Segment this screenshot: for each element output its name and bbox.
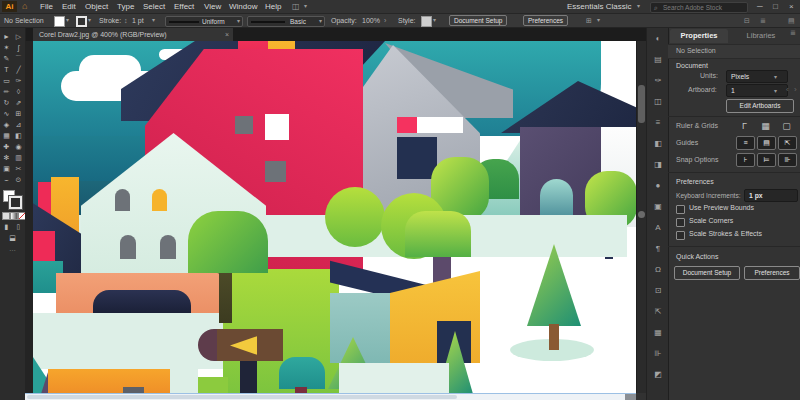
width-tool-icon[interactable]: ∿ [1, 109, 12, 119]
scale-strokes-effects-checkbox[interactable] [676, 231, 685, 240]
slice-tool-icon[interactable]: ✂ [13, 164, 24, 174]
mesh-tool-icon[interactable]: ▦ [1, 131, 12, 141]
direct-selection-tool-icon[interactable]: ▷ [13, 32, 24, 42]
snap-to-grid-icon[interactable]: ▢ [778, 120, 795, 132]
menu-edit[interactable]: Edit [62, 0, 76, 13]
workspace-switcher-icon[interactable]: ◫ [292, 0, 300, 13]
scale-tool-icon[interactable]: ⇗ [13, 98, 24, 108]
brushes-panel-icon[interactable]: ✑ [647, 76, 669, 85]
color-mode-button[interactable] [2, 212, 10, 220]
brush-dropdown[interactable]: Basic ▾ [247, 16, 325, 27]
rectangle-tool-icon[interactable]: ▭ [1, 76, 12, 86]
artwork-canvas[interactable] [33, 41, 636, 393]
character-panel-icon[interactable]: A [647, 223, 669, 232]
stroke-swatch[interactable] [76, 16, 87, 27]
show-rulers-icon[interactable]: Γ [736, 120, 753, 132]
menu-effect[interactable]: Effect [174, 0, 194, 13]
workspace-name[interactable]: Essentials Classic [567, 0, 631, 13]
artboard-select[interactable]: 1 [726, 84, 788, 97]
menu-view[interactable]: View [204, 0, 221, 13]
qa-preferences-button[interactable]: Preferences [744, 266, 800, 280]
snap-to-glyph-icon[interactable]: ⊪ [778, 153, 797, 167]
edit-toolbar-icon[interactable]: … [7, 244, 18, 254]
lock-guides-icon[interactable]: ▤ [757, 136, 776, 150]
chevron-down-icon[interactable]: ▾ [66, 14, 69, 27]
edit-artboards-button[interactable]: Edit Artboards [726, 99, 794, 113]
tab-close-icon[interactable]: × [225, 28, 229, 41]
minimize-button[interactable]: ─ [757, 0, 763, 13]
layers-panel-icon[interactable]: ⊡ [647, 286, 669, 295]
show-grid-icon[interactable]: ▦ [757, 120, 774, 132]
scrollbar-button[interactable] [638, 211, 645, 218]
snap-to-pixel-icon[interactable]: ⊦ [736, 153, 755, 167]
fill-swatch[interactable] [54, 16, 65, 27]
column-graph-tool-icon[interactable]: ▥ [13, 153, 24, 163]
stepper-icon[interactable]: ↕ [124, 14, 128, 27]
perspective-grid-tool-icon[interactable]: ⊿ [13, 120, 24, 130]
units-select[interactable]: Pixels [726, 70, 788, 83]
menu-object[interactable]: Object [85, 0, 108, 13]
curvature-tool-icon[interactable]: ⌒ [13, 54, 24, 64]
artboard-tool-icon[interactable]: ▣ [1, 164, 12, 174]
snap-guides-icon[interactable]: ⇱ [778, 136, 797, 150]
tab-properties[interactable]: Properties [670, 29, 728, 43]
home-icon[interactable]: ⌂ [22, 0, 27, 13]
vertical-scrollbar-thumb[interactable] [638, 85, 645, 123]
width-profile-dropdown[interactable]: Uniform ▾ [165, 16, 243, 27]
pathfinder-panel-icon[interactable]: ◩ [647, 370, 669, 379]
color-panel-icon[interactable]: ◐ [647, 34, 669, 43]
line-segment-tool-icon[interactable]: ╱ [13, 65, 24, 75]
align-panel-icon[interactable]: ⊪ [647, 349, 669, 358]
scale-corners-checkbox[interactable] [676, 218, 685, 227]
chevron-down-icon[interactable]: ▾ [433, 14, 436, 27]
draw-behind-icon[interactable]: ▯ [13, 222, 24, 232]
tab-libraries[interactable]: Libraries [736, 29, 786, 43]
opacity-value[interactable]: 100% [362, 14, 380, 27]
lasso-tool-icon[interactable]: ʃ [13, 43, 24, 53]
panel-menu-icon[interactable]: ≣ [790, 29, 796, 37]
graphic-styles-panel-icon[interactable]: ▣ [647, 202, 669, 211]
menu-type[interactable]: Type [117, 0, 134, 13]
artboards-panel-icon[interactable]: ▦ [647, 328, 669, 337]
maximize-button[interactable]: □ [773, 0, 778, 13]
hand-tool-icon[interactable]: ⌣ [1, 175, 12, 185]
chevron-down-icon[interactable]: ▾ [597, 14, 600, 27]
draw-normal-icon[interactable]: ▮ [1, 222, 12, 232]
stroke-weight-value[interactable]: 1 pt [132, 14, 144, 27]
selection-tool-icon[interactable]: ► [1, 32, 12, 42]
menu-help[interactable]: Help [265, 0, 281, 13]
prev-artboard-icon[interactable]: ‹ [786, 85, 789, 94]
use-preview-bounds-checkbox[interactable] [676, 205, 685, 214]
chevron-down-icon[interactable]: ▾ [152, 14, 155, 27]
paragraph-panel-icon[interactable]: ¶ [647, 244, 669, 253]
arrange-icon[interactable]: ⊞ [586, 14, 592, 27]
horizontal-scrollbar[interactable] [25, 393, 636, 400]
menu-select[interactable]: Select [143, 0, 165, 13]
pen-tool-icon[interactable]: ✎ [1, 54, 12, 64]
appearance-panel-icon[interactable]: ● [647, 181, 669, 190]
close-button[interactable]: × [789, 0, 794, 13]
gradient-mode-button[interactable] [10, 212, 18, 220]
magic-wand-tool-icon[interactable]: ✶ [1, 43, 12, 53]
symbols-panel-icon[interactable]: ◫ [647, 97, 669, 106]
preferences-button[interactable]: Preferences [523, 15, 568, 26]
symbol-sprayer-tool-icon[interactable]: ✻ [1, 153, 12, 163]
type-tool-icon[interactable]: T [1, 65, 12, 75]
panel-menu-icon[interactable]: ≣ [760, 14, 766, 27]
document-setup-button[interactable]: Document Setup [449, 15, 507, 26]
chevron-down-icon[interactable]: ▾ [88, 14, 91, 27]
eyedropper-tool-icon[interactable]: ✚ [1, 142, 12, 152]
asset-export-panel-icon[interactable]: ⇱ [647, 307, 669, 316]
menu-file[interactable]: File [40, 0, 53, 13]
transparency-panel-icon[interactable]: ◨ [647, 160, 669, 169]
glyphs-panel-icon[interactable]: Ω [647, 265, 669, 274]
search-input[interactable]: ⌕ Search Adobe Stock [650, 2, 748, 13]
snap-to-point-icon[interactable]: ⊨ [757, 153, 776, 167]
qa-document-setup-button[interactable]: Document Setup [674, 266, 740, 280]
show-guides-icon[interactable]: ≡ [736, 136, 755, 150]
angle-right-icon[interactable]: › [384, 14, 386, 27]
style-swatch[interactable] [421, 16, 432, 27]
shape-builder-tool-icon[interactable]: ◈ [1, 120, 12, 130]
next-artboard-icon[interactable]: › [794, 85, 797, 94]
docking-icon[interactable]: ▤ [788, 14, 795, 27]
